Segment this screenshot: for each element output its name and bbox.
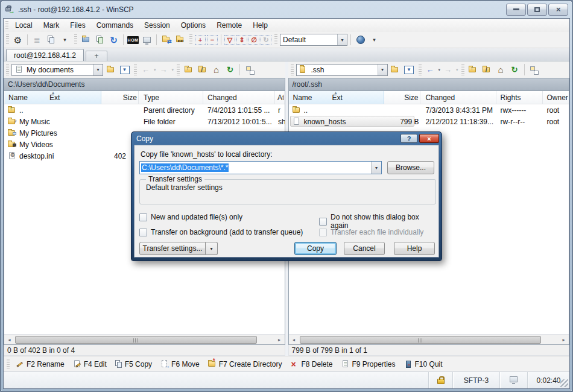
f4-edit-button[interactable]: F4 Edit [69,356,110,371]
f8-delete-button[interactable]: ×F8 Delete [286,356,336,371]
menu-help[interactable]: Help [247,19,273,32]
column-header-owner[interactable]: Owner [543,91,571,104]
home-directory-button[interactable]: ⌂ [210,63,223,76]
remote-horizontal-scrollbar[interactable]: ◂ ▸ [289,334,569,344]
root-directory-button[interactable]: / [196,63,209,76]
filter-button[interactable]: ▼ [403,63,416,76]
close-button[interactable]: × [548,4,568,16]
scroll-left-icon[interactable]: ◂ [289,337,299,343]
menu-local[interactable]: Local [10,19,38,32]
transfer-settings-button[interactable]: Transfer settings... [139,242,206,255]
selection-filter-button[interactable]: ▽ [224,35,235,45]
refresh-button[interactable]: ↻ [224,63,236,76]
f6-move-button[interactable]: →F6 Move [156,356,203,371]
help-button[interactable]: Help [394,242,435,255]
remote-directory-combo[interactable]: .ssh ▾ [296,64,388,76]
panel-grip[interactable] [461,64,464,75]
scrollbar-thumb[interactable] [15,336,257,344]
remote-path-bar[interactable]: /root/.ssh [288,78,570,90]
protocol-cell[interactable]: SFTP-3 [452,372,499,388]
synchronize-browsing-button[interactable]: ⇄ [160,34,173,46]
session-color-button[interactable] [354,34,367,46]
table-row[interactable]: ↑.. 7/3/2013 8:43:31 PM rwx------ root [289,104,569,116]
combo-dropdown-icon[interactable]: ▾ [93,65,103,75]
toolbar-grip[interactable] [6,34,9,45]
new-updated-checkbox[interactable] [139,213,147,221]
panel-grip[interactable] [134,64,137,75]
putty-button[interactable] [141,34,153,46]
minimize-button[interactable] [506,4,526,16]
root-directory-button[interactable]: / [481,63,493,76]
parent-directory-button[interactable]: ↑ [467,63,480,76]
menu-files[interactable]: Files [65,19,90,32]
dialog-close-button[interactable]: × [419,134,439,143]
scroll-right-icon[interactable]: ▸ [559,337,569,343]
new-session-tab[interactable]: + [86,51,107,61]
column-header-name[interactable]: Name Ext ▴ [5,91,101,104]
transfer-options-button[interactable] [45,34,57,46]
queue-button[interactable]: ≣ [31,34,43,46]
menu-options[interactable]: Options [176,19,211,32]
filter-button[interactable]: ▼ [118,63,131,76]
no-show-checkbox-row[interactable]: Do not show this dialog box again [319,213,438,230]
column-header-size[interactable]: Size [101,91,139,104]
f9-properties-button[interactable]: F9 Properties [337,356,399,371]
combo-dropdown-icon[interactable]: ▾ [371,162,381,174]
session-color-dropdown[interactable]: ▾ [368,34,381,46]
copy-dialog-titlebar[interactable]: Copy ? × [134,132,439,145]
table-row[interactable]: ♪My Music File folder 7/13/2012 10:01:5.… [4,116,285,127]
panel-grip[interactable] [419,64,422,75]
combo-dropdown-icon[interactable]: ▾ [378,65,387,75]
f10-quit-button[interactable]: F10 Quit [400,356,446,371]
parent-directory-button[interactable]: ↑ [182,63,195,76]
back-button[interactable]: ← [424,63,437,76]
commandbar-grip[interactable] [7,359,10,369]
unselect-button[interactable]: − [207,35,218,45]
encryption-cell[interactable] [428,372,452,388]
column-header-rights[interactable]: Rights [497,91,543,104]
compare-directories-button[interactable] [93,34,106,46]
title-bar[interactable]: → .ssh - root@192.168.41.2 - WinSCP × [1,1,572,18]
column-header-size[interactable]: Size [384,91,420,104]
console-button[interactable]: HOM [127,34,139,46]
panel-grip[interactable] [6,64,9,75]
f2-rename-button[interactable]: F2 Rename [11,356,68,371]
home-directory-button[interactable]: ⌂ [495,63,507,76]
copy-confirm-button[interactable]: Copy [294,242,337,255]
new-updated-checkbox-row[interactable]: New and updated file(s) only [139,213,242,221]
find-files-button[interactable]: oo [174,34,186,46]
f5-copy-button[interactable]: F5 Copy [111,356,156,371]
no-show-checkbox[interactable] [319,218,327,226]
toolbar-grip[interactable] [74,34,77,45]
background-checkbox-row[interactable]: Transfer on background (add to transfer … [139,228,303,236]
column-header-name[interactable]: Name Ext ▴ [290,91,384,104]
combo-dropdown-icon[interactable]: ▾ [337,34,347,45]
table-row-selected[interactable]: known_hosts 799 B 2/12/2012 11:18:39... … [289,116,569,127]
table-row[interactable]: ↑.. Parent directory 7/4/2013 1:01:55 ..… [4,104,285,116]
clear-selection-button[interactable]: ∅ [249,35,259,45]
destination-path-combo[interactable]: C:\Users\dd\Documents\*.* ▾ [139,161,382,174]
menu-remote[interactable]: Remote [211,19,247,32]
session-cell[interactable] [499,372,527,388]
tree-toggle-button[interactable] [243,63,256,76]
preferences-button[interactable]: ⚙ [11,34,24,46]
invert-selection-button[interactable]: ⇕ [236,35,247,45]
transfer-profile-combo[interactable]: Default ▾ [280,34,347,46]
transfer-options-dropdown[interactable]: ▾ [59,34,71,46]
tree-toggle-button[interactable] [528,63,540,76]
local-horizontal-scrollbar[interactable]: ◂ ▸ [4,334,285,344]
column-header-type[interactable]: Type [141,91,203,104]
cancel-button[interactable]: Cancel [344,242,385,255]
open-directory-button[interactable] [104,63,117,76]
synchronize-button[interactable]: ↻ [107,34,120,46]
scroll-left-icon[interactable]: ◂ [4,337,14,343]
transfer-settings-split-button[interactable]: Transfer settings... ▾ [139,242,218,255]
menu-commands[interactable]: Commands [91,19,139,32]
scroll-right-icon[interactable]: ▸ [274,337,285,343]
back-history-dropdown[interactable]: ▾ [438,68,441,72]
toolbar-grip[interactable] [274,34,277,45]
menu-grip[interactable] [5,21,8,30]
f7-create-directory-button[interactable]: *F7 Create Directory [204,356,286,371]
toolbar-grip[interactable] [189,34,192,45]
column-header-attr[interactable]: Attr [276,91,283,104]
